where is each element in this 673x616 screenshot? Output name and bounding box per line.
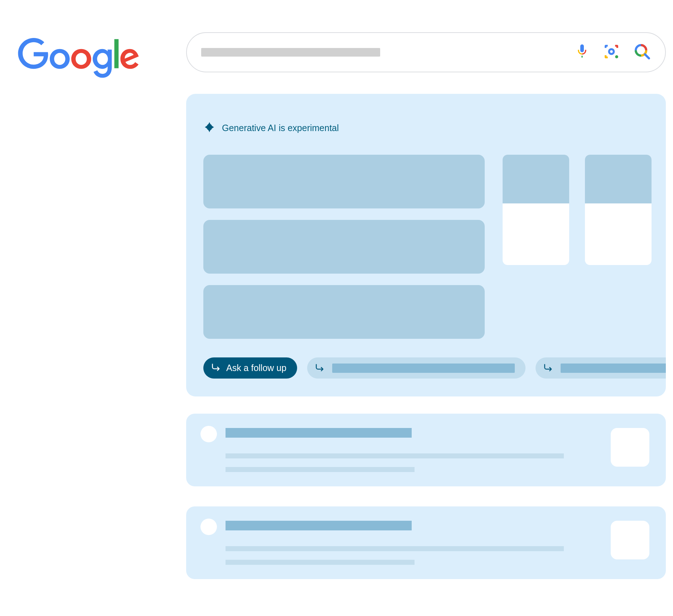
google-logo[interactable] (18, 38, 140, 81)
result-title[interactable] (226, 521, 412, 530)
ai-badge-label: Generative AI is experimental (222, 123, 339, 133)
ai-source-card[interactable] (585, 155, 652, 265)
reply-arrow-icon (211, 363, 221, 374)
result-snippet-line (226, 453, 564, 458)
ai-summary-blocks (203, 155, 485, 339)
ai-text-block (203, 155, 485, 208)
result-favicon (200, 426, 217, 442)
followup-row: Ask a follow up (203, 357, 666, 379)
reply-arrow-icon (543, 363, 553, 373)
ai-badge: Generative AI is experimental (203, 121, 666, 135)
ai-source-cards (503, 155, 652, 339)
sparkle-icon (203, 121, 216, 135)
search-result[interactable] (186, 414, 666, 486)
ai-card-thumbnail (585, 155, 652, 203)
svg-point-2 (615, 55, 618, 58)
ask-followup-button[interactable]: Ask a follow up (203, 357, 297, 379)
result-favicon (200, 519, 217, 535)
followup-suggestion-chip[interactable] (307, 357, 526, 379)
search-icon[interactable] (634, 43, 651, 62)
result-snippet-line (226, 546, 564, 551)
result-thumbnail (611, 521, 649, 559)
result-snippet-line (226, 467, 415, 472)
suggestion-placeholder (561, 364, 666, 373)
search-input[interactable] (201, 48, 380, 57)
mic-icon[interactable] (575, 43, 589, 62)
reply-arrow-icon (315, 363, 325, 373)
svg-point-1 (610, 50, 613, 53)
ai-text-block (203, 220, 485, 274)
ai-text-block (203, 285, 485, 339)
ask-followup-label: Ask a follow up (226, 363, 286, 373)
ai-card-thumbnail (503, 155, 569, 203)
ai-source-card[interactable] (503, 155, 569, 265)
search-result[interactable] (186, 506, 666, 579)
result-title[interactable] (226, 428, 412, 438)
result-snippet-line (226, 560, 415, 565)
suggestion-placeholder (332, 364, 515, 373)
result-thumbnail (611, 428, 649, 467)
followup-suggestion-chip[interactable] (536, 357, 666, 379)
ai-overview-panel: Generative AI is experimental (186, 94, 666, 396)
search-bar[interactable] (186, 32, 666, 72)
svg-line-4 (645, 54, 649, 58)
lens-icon[interactable] (603, 43, 620, 62)
